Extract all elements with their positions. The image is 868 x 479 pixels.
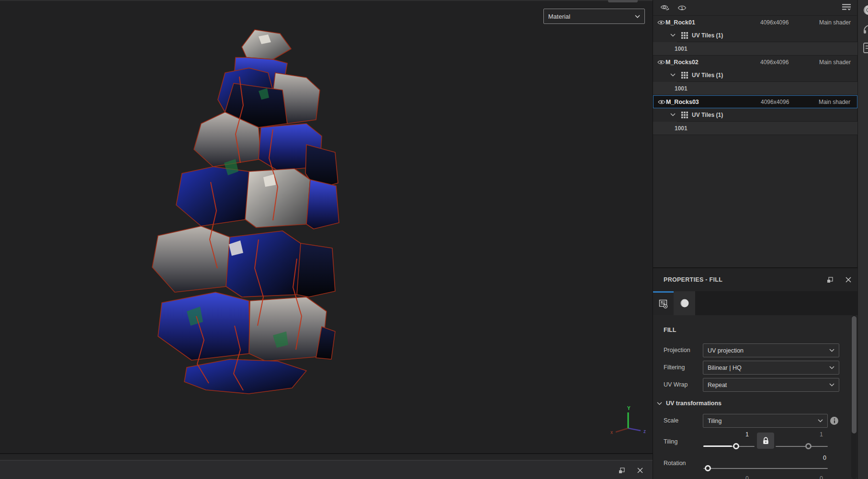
axis-gizmo[interactable]: Y x z [609, 405, 650, 436]
texture-set-row-selected[interactable]: M_Rocks03 4096x4096 Main shader [653, 95, 857, 108]
uv-grid-icon [681, 72, 688, 79]
info-icon[interactable] [830, 417, 838, 425]
filtering-label: Filtering [664, 364, 685, 371]
visibility-eye-icon[interactable] [657, 99, 666, 105]
uv-tile-item[interactable]: 1001 [653, 82, 857, 95]
uv-tiles-label: UV Tiles (1) [692, 32, 723, 39]
tiling-u-value[interactable]: 1 [730, 431, 749, 438]
viewport-top-edge [0, 0, 653, 1]
uv-transformations-section-header[interactable]: UV transformations [657, 399, 800, 408]
offset-u-value-partial: 0 [730, 475, 749, 479]
close-icon [637, 468, 643, 473]
properties-tabbar [653, 291, 857, 315]
rock-model-render [115, 19, 364, 402]
material-sphere-dock-icon[interactable] [863, 4, 868, 16]
tiling-v-value[interactable]: 1 [804, 431, 823, 438]
chevron-down-icon [829, 383, 834, 387]
close-panel-button[interactable] [636, 467, 644, 474]
projection-dropdown[interactable]: UV projection [703, 343, 839, 357]
properties-panel-header[interactable]: PROPERTIES - FILL [653, 268, 857, 291]
uv-grid-icon [681, 112, 688, 118]
tab-fill-properties[interactable] [653, 291, 674, 315]
projection-label: Projection [664, 347, 690, 354]
texture-set-row[interactable]: M_Rock01 4096x4096 Main shader [653, 16, 857, 29]
offset-v-value-partial: 0 [804, 475, 823, 479]
tab-material-properties[interactable] [674, 291, 695, 315]
right-dock-strip [857, 0, 868, 479]
projection-value: UV projection [708, 347, 744, 354]
uv-tile-id: 1001 [675, 125, 688, 132]
visibility-eye-icon[interactable] [657, 19, 665, 26]
uv-wrap-dropdown[interactable]: Repeat [703, 378, 839, 392]
shader-mode-dropdown[interactable]: Material [543, 9, 645, 24]
texture-set-shader: Main shader [819, 19, 851, 26]
float-panel-button[interactable] [826, 276, 834, 284]
svg-text:1: 1 [681, 6, 683, 11]
shader-settings-dock-icon[interactable] [863, 42, 868, 54]
filtering-dropdown[interactable]: Bilinear | HQ [703, 361, 839, 375]
texture-set-name: M_Rocks02 [665, 59, 699, 66]
3d-viewport[interactable]: Material Y x z [0, 0, 653, 453]
tiling-u-slider-handle[interactable] [733, 443, 739, 449]
toggle-all-visibility-icon[interactable] [660, 3, 669, 12]
float-panel-button[interactable] [618, 467, 625, 474]
shader-mode-value: Material [548, 13, 570, 20]
filtering-value: Bilinear | HQ [708, 365, 742, 371]
uv-tiles-row[interactable]: UV Tiles (1) [653, 108, 857, 121]
uv-tile-item[interactable]: 1001 [653, 42, 857, 55]
fill-properties-icon [659, 299, 668, 309]
fill-section-title: FILL [664, 327, 676, 333]
tiling-v-slider-track[interactable] [776, 446, 828, 447]
rotation-value[interactable]: 0 [807, 455, 826, 461]
menu-icon [842, 3, 851, 11]
rotation-slider-track[interactable] [703, 468, 828, 469]
texture-set-resolution: 4096x4096 [760, 59, 789, 66]
display-settings-dock-icon[interactable] [863, 23, 868, 35]
list-menu-button[interactable] [841, 2, 852, 12]
uv-tiles-label: UV Tiles (1) [692, 112, 723, 118]
texture-set-list-header: 1 [653, 0, 857, 15]
bottom-docked-panel[interactable] [0, 461, 653, 479]
lock-icon [762, 437, 769, 445]
texture-set-shader: Main shader [819, 99, 850, 105]
gizmo-y-label: Y [627, 406, 631, 411]
close-icon [845, 277, 851, 283]
scale-mode-dropdown[interactable]: Tiling [703, 414, 828, 428]
texture-set-name: M_Rock01 [665, 19, 695, 26]
rotation-slider-handle[interactable] [705, 465, 711, 471]
divider [653, 135, 857, 135]
properties-scrollbar-thumb[interactable] [852, 316, 857, 433]
uv-wrap-value: Repeat [708, 382, 727, 388]
properties-scrollbar-track[interactable] [851, 315, 857, 479]
chevron-down-icon[interactable] [670, 34, 676, 37]
texture-set-list-panel: 1 M_Rock01 4096x4096 Main shader UV Tile… [653, 0, 857, 479]
uv-tile-id: 1001 [675, 85, 688, 92]
viewport-scroll-notch [608, 0, 638, 2]
chevron-down-icon [818, 419, 823, 422]
texture-set-resolution: 4096x4096 [760, 19, 789, 26]
uv-transformations-title: UV transformations [666, 400, 721, 407]
bottom-panel-band[interactable] [0, 454, 653, 460]
chevron-down-icon [829, 366, 834, 369]
tiling-link-lock-button[interactable] [757, 433, 774, 449]
scale-label: Scale [664, 417, 678, 424]
uv-tiles-row[interactable]: UV Tiles (1) [653, 29, 857, 42]
texture-set-row[interactable]: M_Rocks02 4096x4096 Main shader [653, 56, 857, 68]
uv-grid-icon [681, 32, 688, 39]
chevron-down-icon [829, 349, 834, 352]
uv-tile-item[interactable]: 1001 [653, 122, 857, 135]
uv-tiles-row[interactable]: UV Tiles (1) [653, 68, 857, 81]
uv-tiles-label: UV Tiles (1) [692, 72, 723, 79]
uv-tile-id: 1001 [675, 46, 688, 52]
uv-wrap-label: UV Wrap [664, 381, 688, 388]
close-panel-button[interactable] [845, 276, 852, 284]
tiling-v-slider-handle[interactable] [805, 443, 812, 449]
solo-view-icon[interactable]: 1 [677, 3, 687, 12]
scale-mode-value: Tiling [708, 418, 721, 424]
tiling-u-slider-fill [703, 445, 732, 447]
properties-body: FILL [653, 315, 857, 479]
visibility-eye-icon[interactable] [657, 59, 665, 66]
chevron-down-icon[interactable] [670, 113, 676, 116]
chevron-down-icon[interactable] [670, 73, 676, 77]
chevron-down-icon [657, 402, 662, 405]
